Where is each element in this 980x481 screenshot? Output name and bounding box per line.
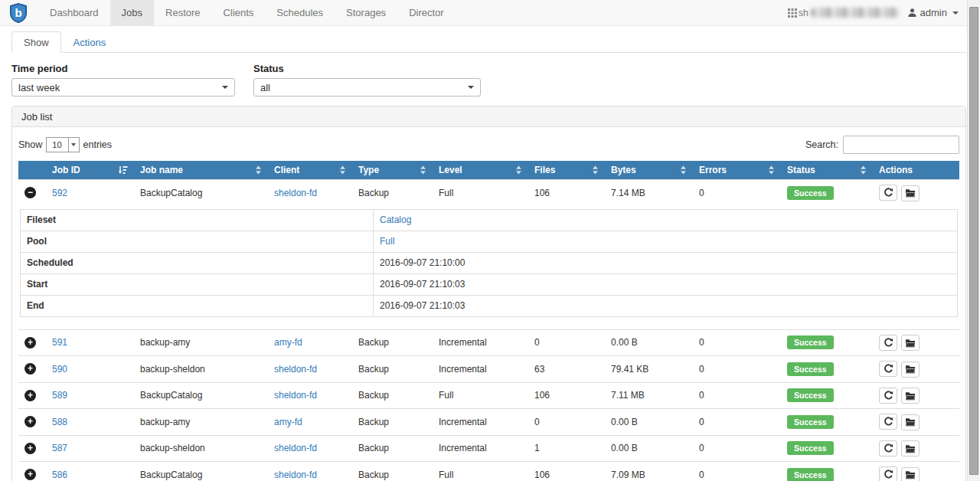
- files-cell: 1: [528, 435, 605, 462]
- nav-item-storages[interactable]: Storages: [335, 0, 397, 25]
- client-link[interactable]: amy-fd: [274, 337, 302, 348]
- nav-item-director[interactable]: Director: [397, 0, 456, 25]
- expand-row-icon[interactable]: +: [24, 390, 36, 401]
- rerun-job-button[interactable]: [879, 440, 897, 456]
- detail-row: End2016-09-07 21:10:03: [21, 295, 958, 316]
- rerun-job-button[interactable]: [879, 185, 897, 201]
- shield-logo-icon: b: [9, 3, 28, 23]
- col-level[interactable]: Level: [433, 161, 528, 180]
- job-id-link[interactable]: 590: [52, 364, 67, 375]
- main-nav: Dashboard Jobs Restore Clients Schedules…: [38, 0, 456, 25]
- table-row: + 586 BackupCatalog sheldon-fd Backup Fu…: [18, 462, 959, 481]
- files-cell: 0: [528, 409, 605, 436]
- bytes-cell: 7.09 MB: [605, 462, 693, 481]
- table-row: + 589 BackupCatalog sheldon-fd Backup Fu…: [18, 382, 959, 409]
- search-input[interactable]: [843, 136, 959, 154]
- job-id-link[interactable]: 589: [52, 390, 67, 401]
- sort-icon: [339, 165, 346, 175]
- rerun-job-button[interactable]: [879, 361, 897, 377]
- folder-icon: [905, 470, 916, 479]
- job-id-link[interactable]: 591: [52, 337, 67, 348]
- grid-icon: [788, 8, 797, 18]
- scrollbar-thumb[interactable]: [969, 7, 978, 475]
- job-files-button[interactable]: [901, 388, 920, 404]
- sort-icon: [592, 165, 599, 175]
- client-link[interactable]: sheldon-fd: [274, 390, 317, 401]
- errors-cell: 0: [693, 180, 781, 206]
- detail-value-link[interactable]: Full: [380, 236, 394, 247]
- client-link[interactable]: sheldon-fd: [274, 443, 317, 453]
- job-files-button[interactable]: [901, 414, 920, 430]
- detail-row: FilesetCatalog: [21, 209, 958, 231]
- col-errors[interactable]: Errors: [693, 161, 781, 180]
- client-link[interactable]: sheldon-fd: [274, 470, 317, 480]
- time-period-select[interactable]: last week: [11, 78, 235, 97]
- status-select[interactable]: all: [253, 78, 481, 97]
- job-files-button[interactable]: [901, 467, 920, 481]
- job-id-link[interactable]: 586: [52, 470, 67, 480]
- job-name-cell: BackupCatalog: [134, 382, 268, 409]
- nav-item-jobs[interactable]: Jobs: [110, 0, 154, 25]
- rerun-job-button[interactable]: [879, 466, 897, 481]
- tab-show[interactable]: Show: [11, 31, 61, 53]
- nav-item-clients[interactable]: Clients: [212, 0, 266, 25]
- expand-row-icon[interactable]: −: [24, 187, 36, 198]
- type-cell: Backup: [352, 180, 433, 206]
- sort-icon: [860, 165, 867, 175]
- col-bytes[interactable]: Bytes: [605, 161, 693, 180]
- col-type[interactable]: Type: [352, 161, 433, 180]
- nav-item-restore[interactable]: Restore: [154, 0, 212, 25]
- table-row: + 587 backup-sheldon sheldon-fd Backup I…: [18, 435, 959, 462]
- nav-item-dashboard[interactable]: Dashboard: [38, 0, 110, 25]
- entries-per-page-select[interactable]: 10: [46, 137, 79, 152]
- job-files-button[interactable]: [901, 335, 920, 351]
- detail-row: Scheduled2016-09-07 21:10:00: [21, 252, 958, 273]
- nav-item-schedules[interactable]: Schedules: [265, 0, 335, 25]
- status-badge: Success: [787, 335, 834, 349]
- job-files-button[interactable]: [901, 185, 920, 201]
- detail-label: Fileset: [21, 209, 374, 231]
- folder-icon: [905, 188, 916, 198]
- status-badge: Success: [787, 362, 834, 376]
- detail-label: Pool: [21, 231, 374, 252]
- job-id-link[interactable]: 592: [52, 188, 67, 198]
- errors-cell: 0: [693, 462, 781, 481]
- detail-value-link[interactable]: Catalog: [380, 214, 411, 225]
- chevron-down-icon: [468, 86, 474, 89]
- client-link[interactable]: amy-fd: [274, 417, 302, 427]
- expand-row-icon[interactable]: +: [24, 337, 36, 348]
- expand-row-icon[interactable]: +: [24, 363, 36, 375]
- job-id-link[interactable]: 587: [52, 443, 67, 453]
- expand-row-icon[interactable]: +: [24, 443, 36, 454]
- rerun-job-button[interactable]: [879, 388, 897, 404]
- rerun-job-button[interactable]: [879, 335, 897, 351]
- sort-icon: [768, 165, 775, 175]
- table-row: + 588 backup-amy amy-fd Backup Increment…: [18, 409, 959, 436]
- sort-icon: [515, 165, 522, 175]
- expand-row-icon[interactable]: +: [24, 469, 36, 480]
- client-link[interactable]: sheldon-fd: [274, 188, 317, 198]
- client-link[interactable]: sheldon-fd: [274, 364, 317, 375]
- vertical-scrollbar[interactable]: [967, 0, 980, 481]
- page-tabs: Show Actions: [11, 31, 966, 53]
- job-files-button[interactable]: [901, 440, 920, 456]
- tab-actions[interactable]: Actions: [61, 31, 119, 53]
- files-cell: 106: [528, 462, 605, 481]
- baculum-logo[interactable]: b: [0, 0, 38, 25]
- job-id-link[interactable]: 588: [52, 417, 67, 427]
- col-job-id[interactable]: Job ID: [46, 161, 134, 180]
- rerun-job-button[interactable]: [879, 414, 897, 430]
- files-cell: 63: [528, 356, 605, 383]
- job-files-button[interactable]: [901, 362, 920, 378]
- col-status[interactable]: Status: [781, 161, 873, 180]
- col-job-name[interactable]: Job name: [134, 161, 268, 180]
- svg-text:b: b: [15, 6, 21, 19]
- level-cell: Incremental: [433, 329, 528, 356]
- errors-cell: 0: [693, 435, 781, 462]
- col-files[interactable]: Files: [528, 161, 605, 180]
- expand-row-icon[interactable]: +: [24, 416, 36, 427]
- user-menu[interactable]: admin: [907, 7, 959, 18]
- col-client[interactable]: Client: [268, 161, 352, 180]
- table-row: + 591 backup-amy amy-fd Backup Increment…: [18, 329, 959, 356]
- host-prefix: sh: [799, 8, 808, 18]
